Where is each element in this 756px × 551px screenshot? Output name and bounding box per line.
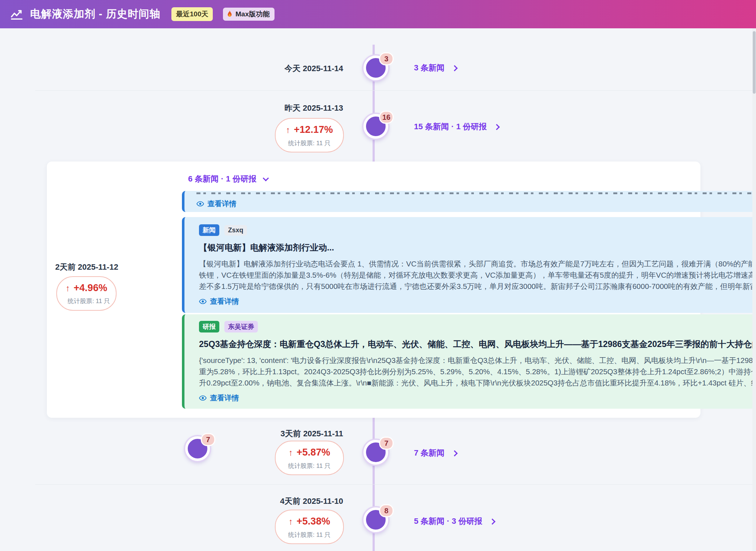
timeline-node[interactable]: 3 bbox=[363, 56, 388, 80]
view-details-link[interactable]: 查看详情 bbox=[199, 297, 239, 306]
entry-news-link[interactable]: 5 条新闻 · 3 份研报 bbox=[414, 516, 495, 527]
chevron-right-icon bbox=[452, 65, 458, 72]
entry-date: 昨天 2025-11-13 bbox=[198, 103, 343, 114]
up-arrow-icon: ↑ bbox=[66, 283, 70, 293]
change-stat-pill: ↑+12.17% 统计股票: 11 只 bbox=[275, 118, 344, 152]
report-body-line: 升0.29pct至2.00%，钠电池、复合集流体上涨。\r\n■新能源：光伏、风… bbox=[199, 377, 756, 388]
card-tag-row: 新闻 Zsxq bbox=[199, 224, 756, 236]
count-badge: 16 bbox=[379, 111, 394, 124]
report-title: 25Q3基金持仓深度：电新重仓Q3总体上升，电动车、光伏、储能、工控、电网、风电… bbox=[199, 338, 756, 350]
stocks-count: 统计股票: 11 只 bbox=[281, 139, 337, 147]
entry-news-link-label: 3 条新闻 bbox=[414, 62, 444, 73]
entry-news-link[interactable]: 15 条新闻 · 1 份研报 bbox=[414, 121, 499, 132]
view-details-label: 查看详情 bbox=[210, 393, 239, 403]
scrollbar-thumb[interactable] bbox=[753, 31, 756, 94]
stocks-count: 统计股票: 11 只 bbox=[281, 462, 337, 470]
report-body-line: {'sourceType': 13, 'content': '电力设备行业深度报… bbox=[199, 355, 756, 366]
report-source-badge: 东吴证券 bbox=[224, 321, 258, 332]
eye-icon bbox=[199, 395, 207, 401]
entry-news-link[interactable]: 7 条新闻 bbox=[414, 448, 457, 458]
news-source-badge: Zsxq bbox=[224, 225, 247, 236]
timeline-node[interactable]: 7 bbox=[363, 440, 388, 465]
stocks-count: 统计股票: 11 只 bbox=[63, 297, 110, 306]
change-stat-pill: ↑+5.38% 统计股票: 11 只 bbox=[275, 510, 344, 544]
entry-news-link-label: 15 条新闻 · 1 份研报 bbox=[414, 121, 487, 132]
app-header: 电解液添加剂 - 历史时间轴 最近100天 Max版功能 bbox=[0, 0, 756, 28]
count-badge: 7 bbox=[379, 437, 394, 450]
news-body-line: 差不多1.5万吨是给宁德保供的，只有5000吨在市场进行流通，宁德也还要外采3.… bbox=[199, 281, 756, 292]
count-badge: 3 bbox=[379, 52, 394, 65]
clipped-text-remnant bbox=[196, 192, 756, 194]
entry-date: 今天 2025-11-14 bbox=[198, 63, 343, 74]
up-arrow-icon: ↑ bbox=[289, 517, 293, 526]
expanded-day-panel: 6 条新闻 · 1 份研报 2天前 2025-11-12 ↑+4.96% 统计股… bbox=[47, 162, 700, 418]
change-percent: ↑+5.38% bbox=[281, 516, 337, 527]
eye-icon bbox=[199, 299, 207, 304]
entry-date: 2天前 2025-11-12 bbox=[55, 262, 135, 273]
timeline-node[interactable]: 16 bbox=[363, 114, 388, 139]
up-arrow-icon: ↑ bbox=[286, 125, 290, 135]
change-percent: ↑+4.96% bbox=[63, 282, 110, 294]
range-badge: 最近100天 bbox=[171, 7, 213, 21]
view-details-link[interactable]: 查看详情 bbox=[199, 393, 239, 403]
news-card-clipped[interactable]: 查看详情 bbox=[182, 191, 756, 212]
timeline-node[interactable]: 7 bbox=[185, 436, 210, 461]
chevron-right-icon bbox=[494, 124, 500, 130]
vertical-scrollbar[interactable] bbox=[752, 28, 756, 551]
report-body: {'sourceType': 13, 'content': '电力设备行业深度报… bbox=[199, 355, 756, 388]
up-arrow-icon: ↑ bbox=[289, 448, 293, 457]
chevron-right-icon bbox=[452, 450, 458, 457]
news-card[interactable]: 新闻 Zsxq 【银河电新】电解液添加剂行业动... 【银河电新】电解液添加剂行… bbox=[182, 217, 756, 313]
max-badge-label: Max版功能 bbox=[235, 9, 269, 19]
report-body-line: 重为5.28%，环比上升1.13pct。2024Q3-2025Q3持仓比例分别为… bbox=[199, 366, 756, 377]
panel-summary-toggle[interactable]: 6 条新闻 · 1 份研报 bbox=[188, 174, 268, 184]
max-feature-badge: Max版功能 bbox=[223, 8, 275, 21]
change-stat-pill: ↑+4.96% 统计股票: 11 只 bbox=[56, 276, 117, 311]
report-card[interactable]: 研报 东吴证券 25Q3基金持仓深度：电新重仓Q3总体上升，电动车、光伏、储能、… bbox=[182, 314, 756, 409]
news-body-line: 铁锂，VC在铁锂里面的添加量是3.5%-6%（特别是储能，对循环充放电次数要求更… bbox=[199, 269, 756, 281]
news-title: 【银河电新】电解液添加剂行业动... bbox=[199, 242, 756, 253]
page-title: 电解液添加剂 - 历史时间轴 bbox=[30, 7, 160, 21]
view-details-label: 查看详情 bbox=[207, 199, 236, 209]
entry-news-link[interactable]: 3 条新闻 bbox=[414, 62, 457, 73]
entry-date: 4天前 2025-11-10 bbox=[198, 496, 343, 507]
entry-news-link-label: 5 条新闻 · 3 份研报 bbox=[414, 516, 482, 527]
chevron-right-icon bbox=[489, 519, 496, 525]
trend-chart-icon bbox=[10, 7, 24, 21]
row-divider bbox=[35, 90, 756, 91]
view-details-label: 查看详情 bbox=[210, 297, 239, 306]
news-type-badge: 新闻 bbox=[199, 224, 219, 236]
change-percent: ↑+12.17% bbox=[281, 124, 337, 135]
flame-icon bbox=[227, 11, 233, 18]
view-details-link[interactable]: 查看详情 bbox=[196, 199, 236, 209]
news-body-line: 【银河电新】电解液添加剂行业动态电话会要点 1、供需情况：VC当前供需很紧，头部… bbox=[199, 258, 756, 269]
stocks-count: 统计股票: 11 只 bbox=[281, 531, 337, 539]
entry-news-link-label: 7 条新闻 bbox=[414, 448, 444, 458]
chevron-down-icon bbox=[263, 175, 269, 181]
row-divider bbox=[35, 484, 756, 485]
change-percent: ↑+5.87% bbox=[281, 447, 337, 458]
card-tag-row: 研报 东吴证券 bbox=[199, 321, 756, 332]
change-stat-pill: ↑+5.87% 统计股票: 11 只 bbox=[275, 441, 344, 475]
eye-icon bbox=[196, 201, 204, 207]
panel-summary-label: 6 条新闻 · 1 份研报 bbox=[188, 174, 256, 184]
count-badge: 8 bbox=[379, 504, 394, 517]
report-type-badge: 研报 bbox=[199, 321, 219, 332]
news-body: 【银河电新】电解液添加剂行业动态电话会要点 1、供需情况：VC当前供需很紧，头部… bbox=[199, 258, 756, 292]
entry-date: 3天前 2025-11-11 bbox=[198, 428, 343, 439]
timeline-node[interactable]: 8 bbox=[363, 507, 388, 532]
